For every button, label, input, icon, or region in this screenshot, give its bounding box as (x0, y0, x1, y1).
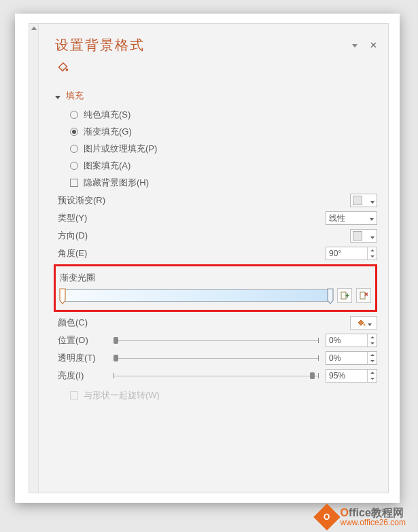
brightness-spinner[interactable]: 95% (326, 369, 377, 383)
spin-down-icon[interactable] (368, 253, 377, 260)
hide-bg-label: 隐藏背景图形(H) (84, 177, 149, 189)
transparency-slider[interactable] (114, 353, 319, 363)
transparency-value: 0% (326, 353, 367, 363)
radio-icon (70, 128, 78, 136)
transparency-spinner[interactable]: 0% (326, 351, 377, 365)
pattern-fill-label: 图案填充(A) (84, 160, 130, 172)
pattern-fill-radio[interactable]: 图案填充(A) (70, 160, 377, 172)
scroll-up-icon[interactable] (31, 25, 37, 32)
watermark: O Office教程网 www.office26.com (317, 508, 406, 527)
gradient-stops-highlight: 渐变光圈 (54, 264, 377, 312)
gradient-fill-label: 渐变填充(G) (84, 126, 132, 138)
radio-icon (70, 162, 78, 170)
spin-down-icon[interactable] (368, 340, 377, 347)
svg-rect-1 (341, 292, 346, 299)
direction-dropdown[interactable] (350, 229, 377, 243)
type-value: 线性 (329, 213, 345, 224)
rotate-with-shape-label: 与形状一起旋转(W) (84, 389, 160, 402)
spin-up-icon[interactable] (368, 370, 377, 376)
checkbox-icon (70, 391, 78, 400)
close-icon[interactable] (370, 40, 377, 50)
picture-texture-fill-radio[interactable]: 图片或纹理填充(P) (70, 143, 377, 155)
solid-fill-label: 纯色填充(S) (84, 109, 130, 121)
brightness-label: 亮度(I) (58, 370, 107, 382)
type-combobox[interactable]: 线性 (326, 211, 377, 225)
angle-value: 90° (326, 249, 367, 258)
radio-icon (70, 145, 78, 153)
chevron-down-icon (370, 213, 374, 223)
fill-section-label: 填充 (66, 90, 84, 102)
panel-menu-caret-icon[interactable] (352, 40, 358, 50)
angle-spinner[interactable]: 90° (326, 247, 377, 260)
preset-swatch-icon (353, 196, 362, 205)
direction-swatch-icon (353, 231, 362, 241)
color-picker-button[interactable] (350, 316, 377, 330)
watermark-badge-icon: O (313, 503, 341, 531)
solid-fill-radio[interactable]: 纯色填充(S) (70, 109, 377, 121)
fill-section-header[interactable]: 填充 (55, 90, 377, 102)
chevron-down-icon (370, 196, 375, 206)
spin-down-icon[interactable] (368, 376, 377, 382)
watermark-url: www.office26.com (341, 518, 406, 527)
svg-point-3 (363, 324, 365, 326)
spin-up-icon[interactable] (368, 334, 377, 340)
fill-bucket-icon (356, 318, 366, 327)
fill-bucket-icon[interactable] (55, 60, 70, 75)
svg-rect-2 (360, 292, 365, 299)
gradient-stop-handle[interactable] (327, 288, 334, 304)
brightness-value: 95% (326, 371, 367, 380)
brightness-slider[interactable] (114, 371, 319, 380)
remove-gradient-stop-button[interactable] (356, 288, 371, 303)
svg-point-0 (66, 69, 69, 71)
position-spinner[interactable]: 0% (326, 334, 377, 347)
preset-gradient-label: 预设渐变(R) (58, 194, 105, 207)
preset-gradient-dropdown[interactable] (350, 194, 377, 207)
position-value: 0% (326, 336, 367, 345)
gradient-stops-label: 渐变光圈 (60, 272, 371, 284)
chevron-down-icon (370, 231, 375, 241)
radio-icon (70, 111, 78, 119)
checkbox-icon (70, 179, 78, 187)
gradient-fill-radio[interactable]: 渐变填充(G) (70, 126, 377, 138)
direction-label: 方向(D) (58, 230, 88, 242)
watermark-brand: Office教程网 (341, 508, 406, 518)
angle-label: 角度(E) (58, 247, 87, 260)
chevron-down-icon (368, 318, 372, 328)
spin-up-icon[interactable] (368, 247, 377, 253)
spin-down-icon[interactable] (368, 358, 377, 364)
gradient-stops-track[interactable] (60, 289, 333, 302)
collapse-triangle-icon (55, 91, 62, 101)
add-gradient-stop-button[interactable] (337, 288, 352, 303)
gradient-stop-handle[interactable] (59, 288, 66, 304)
picture-texture-label: 图片或纹理填充(P) (84, 143, 157, 155)
position-slider[interactable] (114, 336, 319, 345)
scrollbar-gutter[interactable] (29, 24, 39, 493)
type-label: 类型(Y) (58, 212, 87, 224)
panel-title: 设置背景格式 (55, 36, 145, 54)
position-label: 位置(O) (58, 334, 107, 347)
hide-bg-checkbox[interactable]: 隐藏背景图形(H) (70, 177, 377, 189)
format-background-panel: 设置背景格式 填充 纯色填充(S) 渐变填充(G) (29, 23, 389, 493)
transparency-label: 透明度(T) (58, 352, 107, 364)
rotate-with-shape-checkbox: 与形状一起旋转(W) (70, 389, 377, 402)
spin-up-icon[interactable] (368, 352, 377, 358)
color-label: 颜色(C) (58, 317, 88, 329)
